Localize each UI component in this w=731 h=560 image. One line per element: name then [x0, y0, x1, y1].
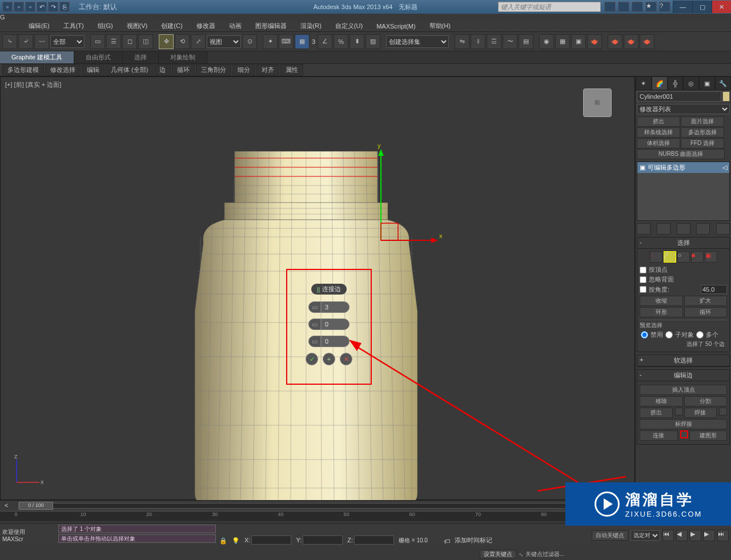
show-end-result-icon[interactable]: [657, 223, 670, 235]
manipulate-icon[interactable]: ✦: [263, 34, 278, 49]
app-menu-icon[interactable]: G: [0, 14, 731, 21]
preview-off-radio[interactable]: [641, 331, 648, 339]
set-key-button[interactable]: 设置关键点: [480, 550, 516, 559]
move-gizmo[interactable]: y x: [375, 143, 444, 252]
tab-utilities-icon[interactable]: 🔧: [715, 76, 731, 90]
move-icon[interactable]: ✥: [159, 34, 174, 49]
pinch-input[interactable]: [321, 319, 350, 330]
render-setup-icon[interactable]: ▦: [555, 34, 570, 49]
time-tag-icon[interactable]: 🏷: [444, 538, 450, 545]
pivot-icon[interactable]: ⊙: [242, 34, 257, 49]
render-frame-icon[interactable]: ▣: [571, 34, 586, 49]
rp-geometry[interactable]: 几何体 (全部): [106, 64, 153, 76]
align-icon[interactable]: ⫴: [471, 34, 485, 49]
maximize-button[interactable]: ▢: [692, 1, 712, 13]
favorite-icon[interactable]: ★: [645, 2, 657, 12]
mb-patch-sel[interactable]: 面片选择: [681, 116, 724, 127]
rp-align[interactable]: 对齐: [256, 64, 279, 76]
mb-extrude[interactable]: 挤出: [637, 116, 680, 127]
vertex-mode-icon[interactable]: ∴: [650, 251, 662, 263]
rp-poly-model[interactable]: 多边形建模: [2, 64, 44, 76]
rollout-head-edit-edges[interactable]: -编辑边: [637, 370, 729, 381]
rp-modify-sel[interactable]: 修改选择: [45, 64, 81, 76]
preview-sub-radio[interactable]: [665, 331, 673, 339]
pin-stack-icon[interactable]: [637, 223, 650, 235]
mb-ffd-sel[interactable]: FFD 选择: [681, 138, 724, 148]
configure-sets-icon[interactable]: [716, 223, 730, 235]
curve-editor-icon[interactable]: 〜: [503, 34, 517, 49]
tab-create-icon[interactable]: ✶: [636, 76, 652, 90]
rp-edge[interactable]: 边: [154, 64, 171, 76]
exchange-icon[interactable]: [632, 2, 643, 12]
rotate-icon[interactable]: ⟲: [175, 34, 190, 49]
insert-vertex-button[interactable]: 插入顶点: [640, 385, 727, 395]
remove-button[interactable]: 移除: [640, 396, 683, 406]
target-weld-button[interactable]: 标焊接: [640, 419, 727, 429]
goto-end-icon[interactable]: ⏭: [717, 530, 729, 541]
rp-loop[interactable]: 循环: [172, 64, 195, 76]
tab-hierarchy-icon[interactable]: ╬: [668, 76, 684, 90]
x-input[interactable]: [251, 535, 291, 545]
new-icon[interactable]: ▫: [2, 2, 13, 12]
select-icon[interactable]: ▭: [90, 34, 105, 49]
menu-maxscript[interactable]: MAXScript(M): [371, 22, 421, 31]
segments-input[interactable]: [321, 301, 350, 313]
extrude-settings-icon[interactable]: [675, 408, 683, 416]
window-crossing-icon[interactable]: ◫: [138, 34, 153, 49]
menu-group[interactable]: 组(G): [92, 21, 119, 31]
tab-display-icon[interactable]: ▣: [699, 76, 715, 90]
render-last-icon[interactable]: 🫖: [608, 34, 622, 49]
link-icon[interactable]: ⤷: [2, 34, 17, 49]
key-set-icon[interactable]: ∿: [519, 551, 523, 558]
viewport[interactable]: [+] [前] [真实 + 边面] 前: [0, 76, 635, 500]
goto-start-icon[interactable]: ⏮: [662, 530, 674, 541]
redo-icon[interactable]: ↷: [48, 2, 58, 12]
connect-button[interactable]: 连接: [640, 430, 678, 441]
unlink-icon[interactable]: ⤶: [18, 34, 33, 49]
create-shape-button[interactable]: 建图形: [689, 430, 728, 441]
pinch-icon[interactable]: ▭: [308, 319, 321, 330]
prev-frame-icon[interactable]: ◀: [676, 530, 688, 541]
border-mode-icon[interactable]: ○: [677, 251, 690, 263]
menu-modifiers[interactable]: 修改器: [191, 21, 221, 31]
render-icon[interactable]: 🫖: [587, 34, 602, 49]
spinner-snap-icon[interactable]: ⬍: [350, 34, 364, 49]
z-input[interactable]: [354, 535, 394, 545]
help-icon[interactable]: ?: [659, 2, 670, 12]
menu-graph-editors[interactable]: 图形编辑器: [250, 21, 292, 31]
menu-create[interactable]: 创建(C): [155, 21, 188, 31]
time-thumb[interactable]: 0 / 100: [19, 502, 53, 510]
auto-key-button[interactable]: 自动关键点: [592, 530, 628, 541]
material-editor-icon[interactable]: ◉: [539, 34, 554, 49]
mb-nurbs-sel[interactable]: NURBS 曲面选择: [637, 149, 725, 159]
add-time-tag[interactable]: 添加时间标记: [455, 536, 492, 545]
key-set-select[interactable]: 选定对: [630, 530, 660, 541]
rp-subdiv[interactable]: 细分: [232, 64, 255, 76]
polygon-mode-icon[interactable]: ■: [691, 251, 704, 263]
rollout-head-soft[interactable]: +软选择: [637, 355, 729, 366]
rp-tri[interactable]: 三角剖分: [196, 64, 231, 76]
play-icon[interactable]: ▶: [690, 530, 701, 541]
slide-icon[interactable]: ▭: [308, 336, 321, 347]
mb-vol-sel[interactable]: 体积选择: [637, 138, 680, 148]
expand-icon[interactable]: ▣: [640, 164, 645, 171]
slide-input[interactable]: [321, 336, 350, 347]
render-prod-icon[interactable]: 🫖: [624, 34, 638, 49]
weld-button[interactable]: 焊接: [684, 408, 717, 418]
by-vertex-check[interactable]: [640, 267, 646, 273]
search-input[interactable]: [498, 2, 601, 12]
named-selection-sets[interactable]: 创建选择集: [386, 35, 449, 48]
segments-icon[interactable]: ▭: [308, 301, 321, 313]
grow-button[interactable]: 扩大: [684, 296, 728, 306]
select-region-icon[interactable]: ◻: [122, 34, 137, 49]
shrink-button[interactable]: 收缩: [640, 296, 683, 306]
select-name-icon[interactable]: ☰: [106, 34, 121, 49]
isolate-icon[interactable]: 💡: [232, 537, 240, 545]
stack-editable-poly[interactable]: ▣ 可编辑多边形 ◁: [637, 162, 729, 173]
schematic-icon[interactable]: ▤: [519, 34, 533, 49]
workspace-label[interactable]: 工作台: 默认: [79, 2, 117, 12]
rp-edit[interactable]: 编辑: [82, 64, 105, 76]
menu-customize[interactable]: 自定义(U): [330, 21, 368, 31]
viewport-label[interactable]: [+] [前] [真实 + 边面]: [5, 80, 61, 89]
tab-paint[interactable]: 对象绘制: [159, 51, 207, 63]
